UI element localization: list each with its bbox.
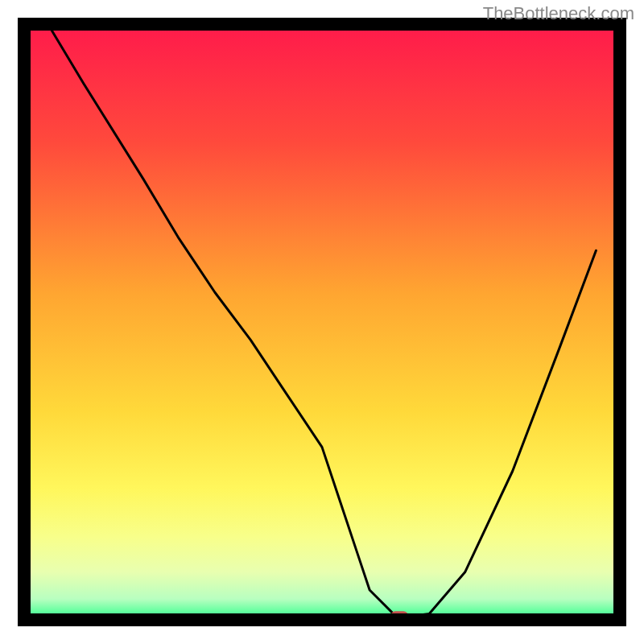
plot-background xyxy=(24,24,620,620)
watermark-label: TheBottleneck.com xyxy=(483,3,634,24)
chart-container: TheBottleneck.com xyxy=(0,0,644,644)
bottleneck-chart xyxy=(0,0,644,644)
